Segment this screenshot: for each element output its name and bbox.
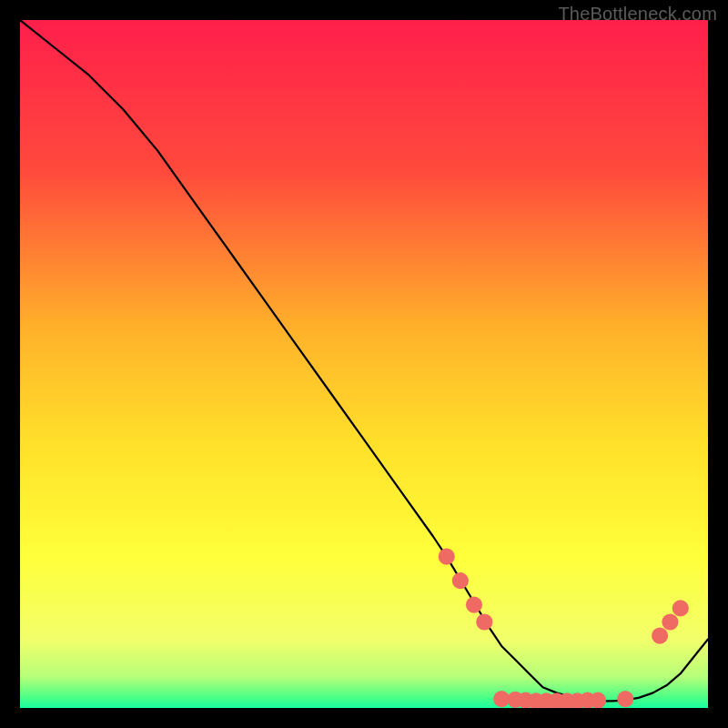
marker-dot <box>672 600 689 616</box>
chart-frame: TheBottleneck.com <box>0 0 728 728</box>
watermark: TheBottleneck.com <box>558 4 717 25</box>
marker-dot <box>652 628 668 644</box>
marker-dot <box>617 691 633 707</box>
chart-svg <box>20 20 708 708</box>
plot-area <box>20 20 708 708</box>
marker-dot <box>476 613 492 630</box>
marker-dot <box>452 572 469 589</box>
marker-dot <box>590 693 606 708</box>
marker-dot <box>662 613 678 630</box>
marker-dot <box>466 597 482 613</box>
marker-dot <box>439 549 455 565</box>
gradient-background <box>20 20 708 708</box>
